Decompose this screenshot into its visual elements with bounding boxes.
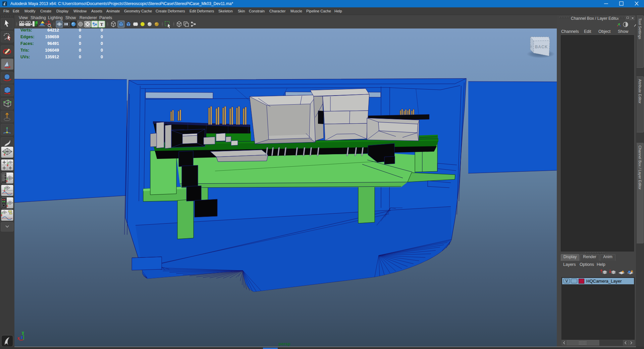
svg-text:0: 0 — [101, 55, 103, 59]
svg-text:0: 0 — [79, 28, 81, 33]
svg-text:159659: 159659 — [45, 35, 59, 39]
svg-text:x: x — [17, 336, 20, 341]
svg-text:0: 0 — [79, 55, 81, 59]
svg-text:64212: 64212 — [47, 28, 59, 33]
svg-text:y: y — [22, 330, 24, 335]
svg-text:0: 0 — [101, 41, 103, 46]
svg-text:96491: 96491 — [47, 41, 59, 46]
svg-text:0: 0 — [79, 41, 81, 46]
svg-text:135912: 135912 — [45, 55, 59, 59]
svg-text:0: 0 — [101, 35, 103, 39]
svg-text:T: T — [100, 22, 103, 27]
svg-text:Tris:: Tris: — [20, 48, 29, 53]
svg-text:UVs:: UVs: — [20, 55, 30, 59]
svg-text:106049: 106049 — [45, 48, 59, 53]
svg-text:0: 0 — [79, 48, 81, 53]
svg-text:0: 0 — [101, 28, 103, 33]
svg-text:Edges:: Edges: — [20, 35, 35, 39]
svg-text:persp: persp — [278, 341, 290, 346]
svg-text:0: 0 — [101, 48, 103, 53]
svg-text:Verts:: Verts: — [20, 28, 32, 33]
svg-text:0: 0 — [79, 35, 81, 39]
svg-text:Faces:: Faces: — [20, 41, 34, 46]
svg-text:BACK: BACK — [535, 45, 548, 49]
svg-text:z: z — [21, 335, 23, 340]
